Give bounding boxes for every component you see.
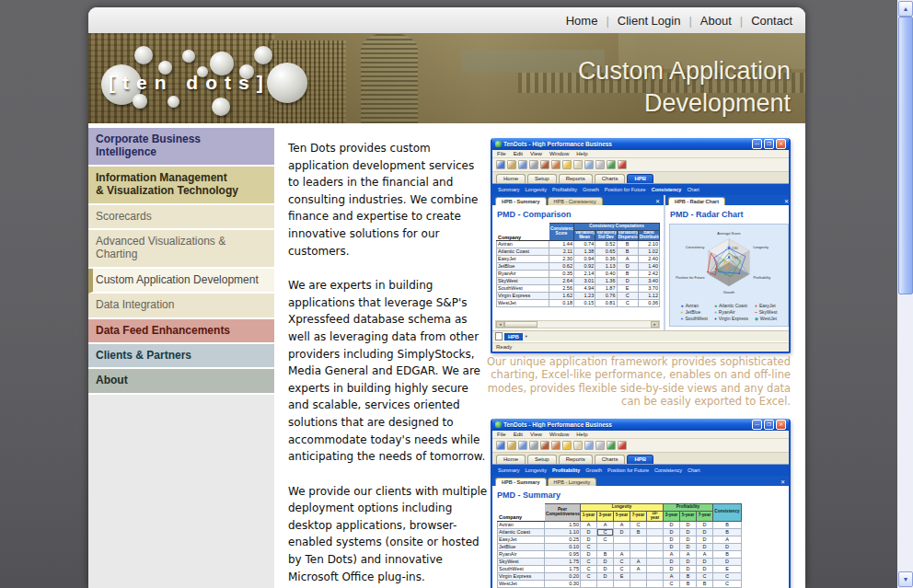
close-tab-icon: ✕	[780, 198, 789, 205]
table-cell: C	[581, 543, 597, 550]
subtab: HPB - Summary	[495, 478, 547, 486]
tab-charts: Charts	[595, 455, 626, 464]
subnav-item: Consistency	[652, 187, 682, 192]
subtab: HPB - Consistency	[548, 197, 603, 205]
toolbar-icon	[595, 160, 605, 169]
table-row: SouthWest1.75CDCADDDE	[498, 565, 742, 572]
dropdown-caret-icon: ▼	[525, 334, 528, 339]
sidebar-item[interactable]: Corporate Business Intelligence	[88, 128, 274, 167]
table-cell: E	[617, 284, 638, 292]
tab-hpb: HPB	[627, 455, 653, 464]
radar-chart-box: 2.80 1.60 Average Score Consistency Long…	[669, 224, 789, 327]
table-cell: 2.11	[549, 248, 574, 255]
table-cell: 1.36	[595, 277, 617, 284]
main-tabs: HomeSetupReportsChartsHPB	[492, 453, 789, 465]
main-area: Corporate Business IntelligenceInformati…	[88, 123, 805, 588]
subnav-item: Growth	[585, 467, 602, 473]
table-cell: A	[630, 565, 647, 572]
table-row: Virgin Express1.621.230.76C1.12	[497, 292, 660, 299]
scroll-up-icon[interactable]	[898, 1, 913, 17]
horizontal-scrollbar: ◄►	[495, 320, 660, 329]
xp-window: TenDots - High Performance Business—❐✕Fi…	[491, 419, 791, 588]
summary-table: CompanyPeer CompetitivenessLongevityProf…	[497, 503, 742, 588]
table-cell: 1.12	[638, 292, 659, 299]
window-titlebar: TenDots - High Performance Business—❐✕	[492, 419, 789, 431]
sidebar-item[interactable]: Scorecards	[88, 205, 274, 230]
table-cell: 0.94	[574, 255, 595, 262]
sidebar-item[interactable]: Data Feed Enhancements	[88, 319, 274, 344]
table-cell	[630, 580, 647, 587]
sidebar-item[interactable]: Clients & Partners	[88, 344, 274, 369]
table-cell: SouthWest	[498, 565, 545, 572]
table-row: WestJet0.180.150.81C0.36	[497, 299, 660, 306]
table-cell	[597, 543, 614, 550]
sidebar-item[interactable]: About	[88, 369, 274, 394]
table-cell: WestJet	[497, 299, 549, 306]
close-icon: ✕	[776, 139, 786, 149]
logo-dot	[267, 63, 307, 103]
table-cell: D	[617, 262, 638, 270]
svg-text:Position for Future: Position for Future	[676, 276, 704, 280]
top-nav-link-contact[interactable]: Contact	[751, 14, 792, 28]
table-cell: 1.87	[595, 284, 617, 292]
tab-home: Home	[496, 455, 526, 464]
page: Home|Client Login|About|Contact	[0, 0, 913, 588]
table-row: Atlantic Coast1.10DCDBDDDB	[498, 528, 742, 536]
tab-setup: Setup	[527, 174, 557, 183]
top-nav-link-about[interactable]: About	[700, 14, 732, 28]
table-cell: D	[697, 543, 713, 550]
toolbar-icon	[507, 160, 516, 169]
table-cell: D	[664, 521, 680, 528]
table-cell: D	[664, 558, 680, 565]
menu-item: Window	[549, 151, 569, 156]
table-cell	[647, 565, 664, 572]
table-cell: 2.14	[574, 270, 595, 277]
toolbar-icon	[518, 160, 527, 169]
table-cell: 0.62	[549, 262, 574, 270]
top-nav-link-client-login[interactable]: Client Login	[618, 14, 681, 28]
table-cell: C	[597, 536, 614, 543]
sidebar-item[interactable]: Custom Application Development	[88, 269, 274, 294]
minimize-icon: —	[752, 139, 762, 149]
table-cell: A	[617, 255, 638, 262]
table-cell: E	[713, 565, 742, 572]
app-screenshot-2[interactable]: TenDots - High Performance Business—❐✕Fi…	[491, 419, 791, 588]
table-cell: D	[697, 521, 713, 528]
toolbar-icon	[496, 441, 505, 450]
table-cell: 0.30	[545, 580, 581, 587]
table-row: JetBlue0.10CDDDD	[498, 543, 742, 550]
svg-text:Average Score: Average Score	[717, 232, 740, 236]
sidebar-item[interactable]: Data Integration	[88, 294, 274, 318]
sidebar-item[interactable]: Advanced Visualizations & Charting	[88, 230, 274, 269]
top-nav-link-home[interactable]: Home	[566, 14, 598, 28]
legend-label: Virgin Express	[719, 316, 748, 321]
page-scrollbar[interactable]	[897, 0, 913, 588]
scroll-right-icon: ►	[651, 321, 659, 328]
subtab: HPB - Radar Chart	[668, 197, 725, 205]
table-cell: D	[597, 558, 614, 565]
tab-setup: Setup	[527, 455, 557, 464]
column-header: Peer Competitiveness	[545, 504, 581, 522]
body-paragraph: We are experts in building applications …	[288, 277, 489, 466]
table-cell: A	[597, 521, 614, 528]
app-screenshot-1[interactable]: TenDots - High Performance Business—❐✕Fi…	[491, 138, 791, 353]
table-cell: B	[617, 248, 638, 255]
logo-dot	[168, 96, 179, 108]
svg-text:Consistency: Consistency	[686, 246, 705, 249]
table-cell: C	[713, 580, 742, 587]
nav-separator: |	[740, 14, 743, 28]
menu-item: View	[530, 151, 542, 156]
legend-item: +RyanAir	[714, 309, 748, 315]
table-cell: 0.20	[545, 572, 581, 580]
table-cell: C	[581, 565, 597, 572]
scroll-down-icon[interactable]	[898, 571, 913, 587]
scrollbar-thumb[interactable]	[898, 17, 913, 294]
legend-label: JetBlue	[686, 309, 701, 315]
logo-dot	[212, 98, 230, 116]
table-cell	[647, 543, 664, 550]
menu-item: Edit	[514, 432, 523, 437]
sidebar-item[interactable]: Information Management & Visualization T…	[88, 167, 274, 205]
table-cell: 0.95	[545, 550, 581, 558]
table-cell: D	[680, 543, 697, 550]
table-cell: E	[614, 572, 630, 580]
